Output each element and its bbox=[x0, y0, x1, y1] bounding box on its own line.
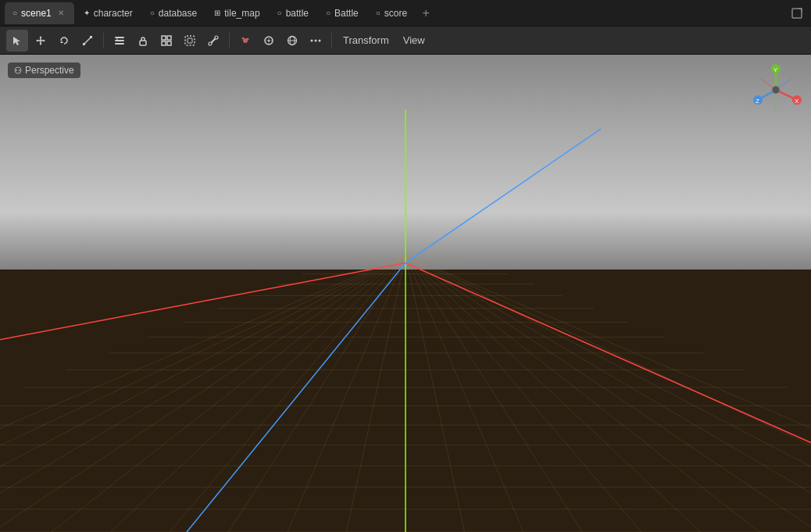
tab-score-label: score bbox=[384, 8, 407, 19]
svg-point-38 bbox=[319, 39, 321, 41]
svg-marker-4 bbox=[40, 36, 42, 38]
separator-3 bbox=[331, 33, 332, 48]
svg-line-25 bbox=[212, 38, 216, 42]
add-tab-button[interactable]: + bbox=[416, 4, 435, 23]
toolbar: Transform View bbox=[0, 27, 811, 55]
tab-database[interactable]: ○ database bbox=[142, 2, 205, 24]
perspective-text: Perspective bbox=[25, 65, 74, 76]
score-icon: ○ bbox=[376, 9, 380, 17]
title-bar: ○ scene1 ✕ ✦ character ○ database ⊞ tile… bbox=[0, 0, 811, 27]
svg-point-23 bbox=[209, 42, 212, 45]
view-label[interactable]: View bbox=[397, 30, 431, 52]
svg-text:Z: Z bbox=[756, 98, 759, 105]
tab-database-label: database bbox=[159, 8, 197, 19]
tool-origin[interactable] bbox=[258, 30, 280, 52]
tab-character-label: character bbox=[94, 8, 133, 19]
tool-global[interactable] bbox=[281, 30, 303, 52]
tool-paint[interactable] bbox=[234, 30, 256, 52]
svg-point-28 bbox=[247, 37, 249, 40]
svg-rect-12 bbox=[115, 37, 124, 38]
svg-rect-22 bbox=[188, 38, 192, 43]
db-icon: ○ bbox=[150, 9, 155, 17]
svg-rect-0 bbox=[792, 9, 802, 18]
viewport[interactable]: Perspective Z X Y bbox=[0, 55, 811, 532]
tab-scene1[interactable]: ○ scene1 ✕ bbox=[5, 2, 74, 24]
svg-rect-13 bbox=[115, 40, 124, 41]
svg-marker-1 bbox=[13, 37, 20, 45]
svg-marker-5 bbox=[40, 43, 42, 45]
separator-2 bbox=[229, 33, 230, 48]
svg-point-27 bbox=[242, 37, 245, 39]
tab-character[interactable]: ✦ character bbox=[76, 2, 141, 24]
svg-rect-11 bbox=[83, 43, 85, 45]
tool-scale[interactable] bbox=[77, 30, 98, 52]
svg-point-54 bbox=[772, 86, 780, 94]
tab-battle[interactable]: ○ battle bbox=[270, 2, 316, 24]
scene-icon: ○ bbox=[13, 9, 17, 17]
svg-point-41 bbox=[19, 70, 20, 71]
svg-rect-19 bbox=[162, 41, 166, 45]
tilemap-icon: ⊞ bbox=[214, 9, 220, 17]
svg-text:Y: Y bbox=[773, 66, 778, 73]
char-icon: ✦ bbox=[84, 9, 90, 17]
svg-rect-18 bbox=[167, 36, 171, 40]
battle-icon: ○ bbox=[277, 9, 282, 17]
svg-point-24 bbox=[215, 36, 218, 39]
svg-marker-7 bbox=[44, 39, 46, 41]
tab-battle-label: battle bbox=[286, 8, 309, 19]
svg-point-37 bbox=[315, 39, 317, 41]
tab-Battle-label: Battle bbox=[334, 8, 359, 19]
tool-group[interactable] bbox=[179, 30, 201, 52]
separator-1 bbox=[103, 33, 104, 48]
Battle-icon: ○ bbox=[326, 9, 330, 17]
svg-rect-16 bbox=[140, 41, 146, 45]
tool-hierarchy[interactable] bbox=[109, 30, 130, 52]
svg-rect-21 bbox=[185, 36, 195, 45]
tab-tilemap-label: tile_map bbox=[224, 8, 259, 19]
svg-rect-10 bbox=[90, 36, 92, 38]
perspective-icon bbox=[14, 66, 22, 74]
tool-lock[interactable] bbox=[132, 30, 154, 52]
svg-rect-14 bbox=[115, 43, 124, 45]
svg-marker-6 bbox=[36, 39, 38, 41]
grid-canvas bbox=[0, 55, 811, 532]
svg-point-36 bbox=[311, 39, 313, 41]
svg-marker-8 bbox=[60, 41, 63, 43]
tab-score[interactable]: ○ score bbox=[368, 2, 415, 24]
svg-point-40 bbox=[16, 70, 17, 71]
svg-rect-20 bbox=[167, 41, 171, 45]
transform-label[interactable]: Transform bbox=[337, 30, 395, 52]
tab-scene1-close[interactable]: ✕ bbox=[55, 8, 66, 19]
tool-more[interactable] bbox=[305, 30, 327, 52]
tab-scene1-label: scene1 bbox=[21, 8, 52, 19]
tab-Battle[interactable]: ○ Battle bbox=[318, 2, 366, 24]
tool-move[interactable] bbox=[30, 30, 52, 52]
maximize-button[interactable] bbox=[788, 4, 806, 23]
svg-text:X: X bbox=[795, 98, 799, 105]
tool-bone[interactable] bbox=[202, 30, 224, 52]
orientation-gizmo[interactable]: Z X Y bbox=[748, 62, 803, 117]
tool-rotate[interactable] bbox=[53, 30, 75, 52]
tab-tilemap[interactable]: ⊞ tile_map bbox=[206, 2, 267, 24]
tool-snap[interactable] bbox=[155, 30, 177, 52]
svg-rect-17 bbox=[162, 36, 166, 40]
perspective-label[interactable]: Perspective bbox=[8, 62, 80, 78]
tool-select[interactable] bbox=[6, 30, 28, 52]
